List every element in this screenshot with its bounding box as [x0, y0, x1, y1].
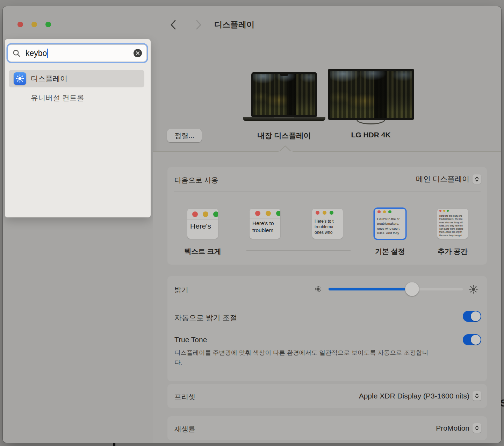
brightness-slider-knob[interactable] — [405, 282, 419, 296]
display-thumbnail-builtin[interactable] — [251, 72, 317, 117]
laptop-notch — [280, 74, 288, 76]
search-result-universal-control[interactable]: 유니버설 컨트롤 — [9, 89, 144, 106]
stepper-chevrons-icon — [473, 391, 481, 401]
toggle-knob — [471, 311, 481, 321]
scaling-preview-text: Here's to the crazy one troublemakers. T… — [437, 213, 468, 238]
scaling-option-default[interactable]: Here's to the cr troublemakers. ones who… — [375, 209, 405, 239]
wallpaper-forest — [330, 71, 412, 118]
forward-button[interactable] — [195, 20, 202, 30]
preset-card: 프리셋 Apple XDR Display (P3-1600 nits) — [167, 384, 487, 408]
use-as-and-scaling-card: 다음으로 사용 메인 디스플레이 Here's Here's to troubl… — [167, 167, 487, 265]
text-cursor — [47, 49, 48, 58]
true-tone-label: True Tone — [174, 336, 207, 344]
brightness-slider-fill — [329, 288, 412, 290]
laptop-base — [243, 117, 325, 121]
refresh-rate-select[interactable]: ProMotion — [436, 423, 481, 433]
brightness-card: 밝기 자동으로 밝기 조절 True Tone 디스플레이를 — [167, 276, 487, 381]
use-as-select[interactable]: 메인 디스플레이 — [416, 174, 481, 184]
wallpaper-forest — [253, 74, 315, 115]
scaling-divider-line — [246, 250, 351, 251]
use-as-label: 다음으로 사용 — [174, 175, 218, 185]
use-as-value: 메인 디스플레이 — [416, 174, 469, 184]
brightness-dim-icon — [314, 285, 322, 293]
search-value: keybo — [26, 49, 47, 58]
brightness-slider[interactable] — [329, 288, 463, 290]
minimize-button[interactable] — [31, 22, 37, 27]
true-tone-toggle[interactable] — [463, 334, 481, 345]
sidebar-content-divider — [153, 6, 153, 443]
true-tone-description: 디스플레이를 주변광에 맞춰 색상이 다른 환경에서도 일관적으로 보이도록 자… — [174, 348, 430, 367]
scaling-preview-text: Here's to t troublema ones who — [312, 217, 343, 237]
separator — [174, 330, 481, 330]
stepper-chevrons-icon — [473, 174, 481, 184]
clear-search-button[interactable] — [134, 49, 142, 57]
scaling-preview-text: Here's to troublem — [250, 218, 280, 235]
scaling-option-larger-text[interactable]: Here's — [187, 209, 218, 239]
refresh-rate-card: 재생률 ProMotion — [167, 416, 487, 440]
auto-brightness-label: 자동으로 밝기 조절 — [174, 313, 237, 323]
display-name-lg: LG HDR 4K — [332, 131, 409, 139]
scaling-option-2[interactable]: Here's to troublem — [250, 209, 280, 239]
sidebar-search-panel: keybo 디스플레이 유니버설 컨트롤 — [5, 39, 151, 217]
auto-brightness-toggle[interactable] — [463, 311, 481, 322]
refresh-rate-value: ProMotion — [436, 424, 469, 432]
display-brightness-icon — [14, 72, 26, 85]
refresh-rate-label: 재생률 — [174, 424, 195, 434]
search-result-label: 디스플레이 — [31, 74, 67, 84]
toggle-knob — [471, 335, 481, 345]
separator — [174, 192, 481, 192]
close-button[interactable] — [17, 22, 23, 27]
zoom-button[interactable] — [45, 22, 51, 27]
system-settings-window: keybo 디스플레이 유니버설 컨트롤 — [3, 6, 501, 443]
scaling-option-more-space[interactable]: Here's to the crazy one troublemakers. T… — [437, 209, 468, 239]
scaling-label-default: 기본 설정 — [362, 247, 418, 256]
preset-select[interactable]: Apple XDR Display (P3-1600 nits) — [359, 391, 481, 401]
back-button[interactable] — [170, 20, 177, 30]
scaling-preview-text: Here's to the cr troublemakers. ones who… — [375, 215, 405, 237]
stepper-chevrons-icon — [473, 423, 481, 433]
search-input[interactable]: keybo — [8, 44, 147, 62]
preset-value: Apple XDR Display (P3-1600 nits) — [359, 392, 469, 400]
brightness-bright-icon — [469, 285, 478, 294]
search-result-displays[interactable]: 디스플레이 — [9, 70, 144, 87]
display-thumbnail-lg-hdr-4k[interactable] — [328, 69, 414, 120]
scaling-label-more-space: 추가 공간 — [425, 247, 481, 256]
scaling-option-3[interactable]: Here's to t troublema ones who — [312, 209, 343, 239]
scaling-preview-text: Here's — [187, 220, 218, 232]
search-result-label: 유니버설 컨트롤 — [31, 93, 84, 103]
preset-label: 프리셋 — [174, 392, 195, 402]
page-title: 디스플레이 — [214, 19, 254, 30]
brightness-label: 밝기 — [174, 285, 188, 295]
arrange-button[interactable]: 정렬... — [167, 129, 202, 142]
separator — [174, 303, 481, 303]
search-icon — [13, 49, 21, 57]
display-name-builtin: 내장 디스플레이 — [246, 131, 323, 141]
scaling-label-larger-text: 텍스트 크게 — [175, 247, 231, 256]
